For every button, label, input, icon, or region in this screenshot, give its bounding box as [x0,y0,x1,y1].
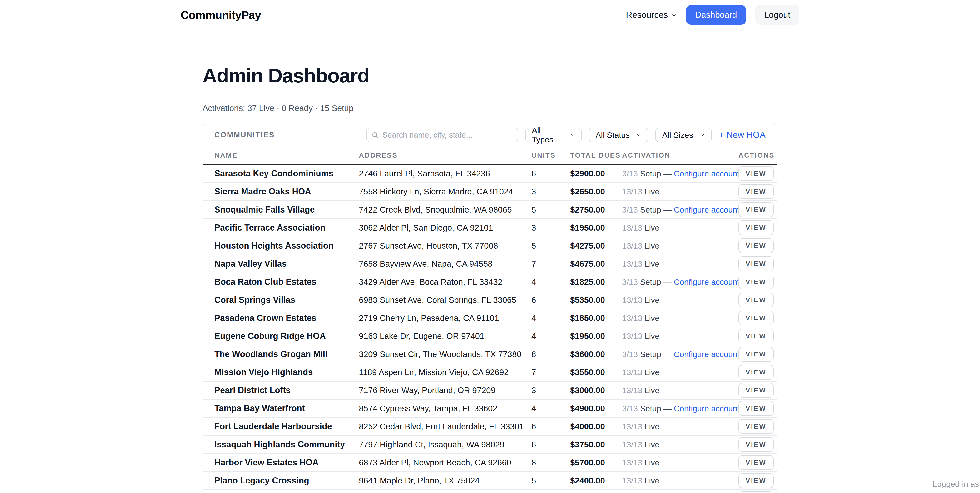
community-address: 7176 River Way, Portland, OR 97209 [359,385,531,395]
brand-logo[interactable]: CommunityPay [181,9,261,22]
nav-resources-menu[interactable]: Resources [626,10,677,20]
community-address: 7797 Highland Ct, Issaquah, WA 98029 [359,440,531,449]
nav-logout-button[interactable]: Logout [755,5,799,25]
community-address: 6873 Alder Pl, Newport Beach, CA 92660 [359,458,531,467]
community-dues: $2900.00 [570,169,622,178]
community-dues: $2400.00 [570,476,622,485]
community-dues: $3600.00 [570,349,622,359]
view-button[interactable]: VIEW [738,473,774,488]
community-units: 5 [531,205,570,214]
column-header-name: NAME [215,151,359,159]
configure-accounting-link[interactable]: Configure accounting [674,277,738,287]
activation-cell: 13/13 Live [622,187,738,197]
actions-cell: VIEW [738,184,774,199]
table-row: Napa Valley Villas 7658 Bayview Ave, Nap… [203,255,777,273]
activation-cell: 13/13 Live [622,314,738,323]
activation-link-wrap: — Configure accounting [663,350,738,359]
new-hoa-link[interactable]: + New HOA [719,130,765,140]
community-address: 7558 Hickory Ln, Sierra Madre, CA 91024 [359,187,531,197]
search-input[interactable] [366,128,518,143]
actions-cell: VIEW [738,293,774,308]
view-button[interactable]: VIEW [738,311,774,325]
community-name: Boca Raton Club Estates [215,277,359,287]
view-button[interactable]: VIEW [738,401,774,416]
configure-accounting-link[interactable]: Configure accounting [674,404,738,413]
view-button[interactable]: VIEW [738,274,774,289]
view-button[interactable]: VIEW [738,238,774,253]
view-button[interactable]: VIEW [738,202,774,217]
configure-accounting-link[interactable]: Configure accounting [674,205,738,214]
activation-link-wrap: — Configure accounting [663,404,738,413]
view-button[interactable]: VIEW [738,329,774,344]
configure-accounting-link[interactable]: Configure accounting [674,169,738,178]
view-button[interactable]: VIEW [738,184,774,199]
community-dues: $4675.00 [570,259,622,269]
activation-cell: 13/13 Live [622,476,738,485]
actions-cell: VIEW [738,383,774,398]
table-row: Eugene Coburg Ridge HOA 9163 Lake Dr, Eu… [203,327,777,346]
logged-in-as-note: Logged in as [933,479,979,489]
table-row: Snoqualmie Falls Village 7422 Creek Blvd… [203,201,777,219]
activation-progress: 3/13 [622,169,638,178]
table-header-row: NAME ADDRESS UNITS TOTAL DUES ACTIVATION… [203,145,777,165]
filter-status-select[interactable]: All Status [589,128,649,143]
view-button[interactable]: VIEW [738,419,774,434]
community-units: 8 [531,349,570,359]
community-name: Pearl District Lofts [215,385,359,395]
community-name: Houston Heights Association [215,241,359,251]
community-dues: $4900.00 [570,404,622,413]
view-button[interactable]: VIEW [738,220,774,235]
view-button[interactable]: VIEW [738,347,774,361]
community-address: 7422 Creek Blvd, Snoqualmie, WA 98065 [359,205,531,214]
activation-progress: 3/13 [622,205,638,214]
community-dues: $5350.00 [570,295,622,305]
filter-sizes-select[interactable]: All Sizes [655,128,711,143]
table-row: Boca Raton Club Estates 3429 Alder Ave, … [203,273,777,291]
community-units: 3 [531,385,570,395]
community-units: 5 [531,241,570,250]
view-button[interactable]: VIEW [738,383,774,398]
community-units: 4 [531,331,570,341]
nav-dashboard-button[interactable]: Dashboard [686,5,746,25]
community-name: Fort Lauderdale Harbourside [215,422,359,431]
table-row: Tampa Bay Waterfront 8574 Cypress Way, T… [203,399,777,418]
filter-sizes-value: All Sizes [662,130,693,140]
activation-link-wrap: — Configure accounting [663,277,738,287]
search-field [366,128,518,143]
view-button[interactable]: VIEW [738,257,774,271]
view-button[interactable]: VIEW [738,491,774,493]
view-button[interactable]: VIEW [738,365,774,380]
community-name: Coral Springs Villas [215,295,359,305]
community-name: Napa Valley Villas [215,259,359,269]
activation-status: Live [645,331,659,341]
view-button[interactable]: VIEW [738,455,774,470]
community-name: Sarasota Key Condominiums [215,168,359,179]
activation-progress: 13/13 [622,187,642,196]
community-dues: $1825.00 [570,277,622,287]
activation-cell: 13/13 Live [622,368,738,377]
activation-status: Live [645,295,659,304]
configure-accounting-link[interactable]: Configure accounting [674,350,738,359]
community-dues: $2650.00 [570,187,622,197]
community-name: Harbor View Estates HOA [215,458,359,468]
activation-progress: 13/13 [622,223,642,232]
communities-panel: COMMUNITIES All Types All Status All Siz… [202,124,778,493]
activation-progress: 13/13 [622,331,642,341]
main-content: Admin Dashboard Activations: 37 Live · 0… [202,30,778,493]
table-row: Sarasota Key Condominiums 2746 Laurel Pl… [203,165,777,183]
chevron-down-icon [699,132,705,138]
chevron-down-icon [570,132,575,138]
activation-progress: 13/13 [622,259,642,268]
filter-types-value: All Types [532,126,558,144]
community-address: 3062 Alder Pl, San Diego, CA 92101 [359,223,531,233]
community-name: The Woodlands Grogan Mill [215,349,359,359]
view-button[interactable]: VIEW [738,166,774,181]
view-button[interactable]: VIEW [738,437,774,452]
activation-progress: 3/13 [622,350,638,359]
community-address: 7658 Bayview Ave, Napa, CA 94558 [359,259,531,269]
table-row: Pacific Terrace Association 3062 Alder P… [203,219,777,237]
filter-types-select[interactable]: All Types [525,128,582,143]
community-name: Sierra Madre Oaks HOA [215,187,359,197]
activation-cell: 3/13 Setup — Configure accounting [622,205,738,214]
view-button[interactable]: VIEW [738,293,774,308]
